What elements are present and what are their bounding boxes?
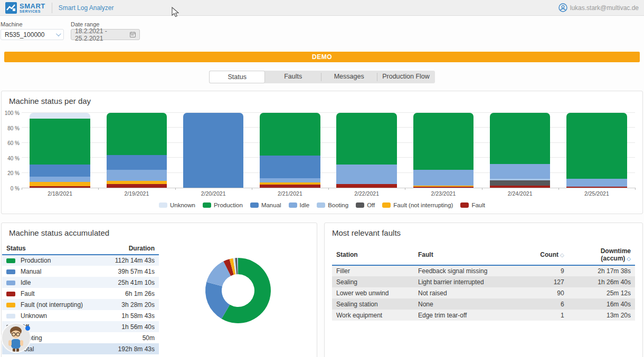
stacked-bar[interactable] [490, 113, 551, 188]
chart-legend: UnknownProductionManualIdleBootingOffFau… [2, 202, 642, 208]
tabs-wrap: StatusFaultsMessagesProduction Flow [0, 71, 644, 83]
status-donut-chart [159, 239, 317, 354]
y-tick-label: 40 % [7, 155, 20, 161]
fault-cell-downtime: 2h 17m 38s [569, 265, 635, 276]
faults-col-count[interactable]: Count◇ [532, 245, 569, 265]
bar-segment-unknown [30, 113, 90, 119]
fault-cell-count: 6 [532, 298, 569, 310]
fault-cell-station: Work equipment [332, 310, 414, 321]
bar-segment-production [336, 113, 397, 165]
status-row-idle[interactable]: Idle25h 41m 10s [2, 277, 159, 288]
fault-cell-count: 127 [532, 276, 569, 287]
stacked-bar[interactable] [413, 113, 474, 188]
legend-swatch [356, 202, 364, 208]
total-duration-cell: 192h 8m 43s [102, 343, 159, 354]
x-axis-labels: 2/18/20212/19/20212/20/20212/21/20212/22… [22, 190, 635, 197]
faults-table: Station Fault Count◇ Downtime (accum)◇ F… [332, 245, 635, 321]
status-row-manual[interactable]: Manual39h 57m 41s [2, 266, 159, 277]
faults-col-fault[interactable]: Fault [414, 245, 532, 265]
stacked-bar[interactable] [107, 113, 167, 188]
stacked-bar[interactable] [566, 113, 627, 188]
tab-messages[interactable]: Messages [321, 71, 377, 83]
bar-segment-fault [413, 187, 474, 188]
bar-group-2-18-2021 [22, 113, 98, 188]
fault-row-work-equipment[interactable]: Work equipmentEdge trim tear-off113m 20s [332, 310, 635, 321]
fault-cell-station: Sealing [332, 276, 414, 287]
tab-production-flow[interactable]: Production Flow [377, 71, 435, 83]
faults-col-downtime[interactable]: Downtime (accum)◇ [569, 245, 635, 265]
date-range-input[interactable]: 18.2.2021 - 25.2.2021 [71, 29, 140, 40]
duration-cell: 1h 58m 43s [102, 310, 159, 321]
fault-cell-fault: Light barrier interrupted [414, 276, 532, 287]
fault-row-filler[interactable]: FillerFeedback signal missing92h 17m 38s [332, 265, 635, 276]
sort-icon-count[interactable]: ◇ [560, 252, 564, 258]
duration-cell: 1h 56m 40s [102, 321, 159, 332]
fault-cell-fault: Not raised [414, 287, 532, 298]
bar-segment-production [566, 113, 627, 179]
stacked-bar[interactable] [336, 113, 397, 188]
stacked-bar[interactable] [30, 113, 90, 188]
bar-segment-production [30, 119, 90, 165]
legend-item-production: Production [203, 202, 243, 208]
x-axis-label: 2/24/2021 [482, 190, 558, 197]
notification-dot [25, 326, 30, 331]
sort-icon-downtime[interactable]: ◇ [627, 256, 631, 262]
legend-label: Production [214, 202, 243, 208]
x-axis-tick [98, 188, 99, 190]
stacked-bar[interactable] [260, 113, 320, 188]
machine-label: Machine [1, 21, 64, 27]
y-tick-label: 60 % [7, 140, 20, 146]
legend-label: Off [367, 202, 375, 208]
status-row-unknown[interactable]: Unknown1h 58m 43s [2, 310, 159, 321]
demo-banner-text: DEMO [312, 53, 332, 61]
x-axis-label: 2/25/2021 [558, 190, 635, 197]
fault-cell-station: Lower web unwind [332, 287, 414, 298]
y-axis: 0 %20 %40 %60 %80 %100 % [4, 113, 22, 188]
x-axis-tick [252, 188, 252, 190]
legend-label: Manual [261, 202, 281, 208]
status-row-fault[interactable]: Fault6h 1m 26s [2, 288, 159, 299]
y-tick-label: 80 % [7, 125, 20, 131]
fault-row-sealing-station[interactable]: Sealing stationNone616m 40s [332, 298, 635, 310]
stacked-bar[interactable] [183, 113, 244, 188]
legend-label: Fault (not interrupting) [393, 202, 453, 208]
tab-faults[interactable]: Faults [265, 71, 321, 83]
user-menu[interactable]: lukas.stark@multivac.de [558, 3, 639, 12]
status-row-fault-not-interrupting[interactable]: Fault (not interrupting)3h 28m 20s [2, 299, 159, 310]
machine-status-accumulated-panel: Machine status accumulated Status Durati… [1, 223, 317, 357]
bottom-panels: Machine status accumulated Status Durati… [1, 223, 643, 357]
accumulated-panel-title: Machine status accumulated [2, 223, 317, 239]
fault-cell-fault: Feedback signal missing [414, 265, 532, 276]
machine-select[interactable]: R535_100000 [1, 29, 64, 40]
status-cell: Production [2, 255, 102, 266]
bar-segment-manual [30, 165, 90, 177]
bar-group-2-24-2021 [482, 113, 558, 188]
fault-cell-count: 90 [532, 287, 569, 298]
duration-cell: 50m [102, 332, 159, 343]
x-axis-tick [405, 188, 405, 190]
bar-group-2-22-2021 [328, 113, 405, 188]
legend-swatch [317, 202, 325, 208]
x-axis-tick [482, 188, 482, 190]
fault-row-sealing[interactable]: SealingLight barrier interrupted1271h 26… [332, 276, 635, 287]
legend-swatch [203, 202, 211, 208]
fault-row-lower-web-unwind[interactable]: Lower web unwindNot raised9025m 12s [332, 287, 635, 298]
assistant-avatar-widget[interactable] [1, 323, 31, 353]
bar-segment-idle [107, 170, 167, 181]
x-axis-label: 2/18/2021 [22, 190, 98, 197]
fault-cell-count: 1 [532, 310, 569, 321]
faults-col-station[interactable]: Station [332, 245, 414, 265]
status-row-production[interactable]: Production112h 14m 43s [2, 255, 159, 266]
logo-line1: SMART [20, 3, 45, 9]
legend-label: Idle [300, 202, 310, 208]
legend-label: Booting [328, 202, 348, 208]
bar-group-2-20-2021 [175, 113, 252, 188]
bar-segment-idle [336, 165, 397, 184]
tab-bar: StatusFaultsMessagesProduction Flow [209, 71, 435, 83]
fault-cell-downtime: 1h 26m 40s [569, 276, 635, 287]
donut-svg [198, 251, 278, 330]
fault-cell-station: Sealing station [332, 298, 414, 310]
duration-cell: 3h 28m 20s [102, 299, 159, 310]
tab-status[interactable]: Status [209, 71, 265, 83]
app-title[interactable]: Smart Log Analyzer [59, 4, 114, 12]
